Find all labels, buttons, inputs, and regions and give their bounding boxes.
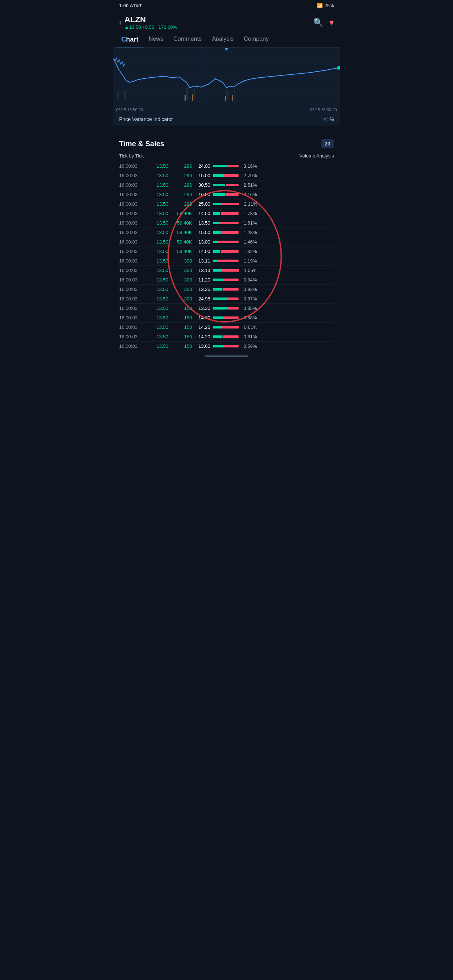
cell-vol-num: 13.13 [192, 267, 211, 273]
cell-bars [211, 250, 241, 253]
table-row: 16:00:03 13.50 59.40K 15.50 1.48% [119, 228, 334, 237]
svg-rect-14 [225, 96, 226, 100]
table-row: 16:00:03 13.50 59.40K 14.00 1.32% [119, 247, 334, 256]
cell-volume: 296 [169, 192, 192, 197]
cell-volume: 300 [169, 267, 192, 273]
table-row: 16:00:03 13.50 150 13.60 0.56% [119, 342, 334, 351]
home-bar [205, 355, 248, 357]
watchlist-button[interactable]: ♥ [329, 18, 334, 27]
cell-bars [211, 326, 241, 328]
svg-rect-13 [192, 94, 193, 100]
table-row: 16:00:03 13.50 296 30.50 2.51% [119, 180, 334, 190]
cell-bars [211, 184, 241, 186]
cell-time: 16:00:03 [119, 192, 148, 197]
cell-price: 13.50 [148, 296, 169, 302]
cell-price: 13.50 [148, 220, 169, 226]
cell-time: 16:00:03 [119, 249, 148, 254]
cell-time: 16:00:03 [119, 239, 148, 245]
table-row: 16:00:03 13.50 59.40K 14.50 1.78% [119, 209, 334, 218]
time-sales-header: Time & Sales 20 [113, 133, 340, 152]
cell-pct: 1.32% [241, 249, 257, 254]
table-row: 16:00:03 13.50 296 16.00 2.16% [119, 190, 334, 199]
tab-analysis[interactable]: Analysis [207, 32, 239, 48]
cell-pct: 1.46% [241, 239, 257, 245]
cell-vol-num: 13.35 [192, 286, 211, 292]
time-sales-title: Time & Sales [119, 140, 164, 148]
col-header-tick: Tick by Tick [119, 153, 163, 159]
svg-rect-8 [234, 89, 235, 99]
cell-volume: 150 [169, 334, 192, 339]
cell-price: 13.50 [148, 305, 169, 311]
cell-time: 16:00:03 [119, 182, 148, 188]
cell-volume: 300 [169, 258, 192, 264]
cell-pct: 1.61% [241, 220, 257, 226]
cell-bars [211, 317, 241, 319]
time-sales-table: 16:00:03 13.50 296 24.00 3.16% 16:00:03 … [113, 162, 340, 351]
chart-svg [113, 48, 340, 106]
stock-chart[interactable] [113, 48, 340, 106]
cell-time: 16:00:03 [119, 258, 148, 264]
cell-pct: 3.16% [241, 163, 257, 169]
svg-rect-3 [117, 92, 118, 99]
price-variance-label: Price Variance Indicator [119, 116, 173, 122]
cell-price: 13.50 [148, 249, 169, 254]
cell-vol-num: 14.50 [192, 211, 211, 216]
cell-pct: 0.61% [241, 325, 257, 330]
cell-volume: 296 [169, 182, 192, 188]
table-row: 16:00:03 13.50 300 11.20 0.94% [119, 275, 334, 285]
cell-price: 13.50 [148, 173, 169, 178]
cell-bars [211, 174, 241, 177]
search-button[interactable]: 🔍 [313, 18, 323, 27]
cell-price: 13.50 [148, 286, 169, 292]
status-bar: 1:00 AT&T 📶 25% [113, 0, 340, 11]
cell-bars [211, 193, 241, 196]
cell-pct: 1.19% [241, 258, 257, 264]
cell-vol-num: 13.00 [192, 239, 211, 245]
cell-vol-num: 15.00 [192, 173, 211, 178]
table-row: 16:00:03 13.50 300 13.35 0.93% [119, 285, 334, 294]
cell-time: 16:00:03 [119, 277, 148, 283]
cell-pct: 0.61% [241, 334, 257, 339]
cell-vol-num: 15.50 [192, 230, 211, 235]
cell-volume: 59.40K [169, 220, 192, 226]
table-row: 16:00:03 13.50 150 14.25 0.61% [119, 323, 334, 332]
cell-pct: 0.87% [241, 296, 257, 302]
cell-bars [211, 259, 241, 262]
back-button[interactable]: ‹ [119, 18, 122, 27]
table-row: 16:00:03 13.50 300 13.11 1.19% [119, 256, 334, 266]
col-header-volume: Volume Analysis [163, 153, 334, 159]
table-row: 16:00:03 13.50 59.40K 13.00 1.46% [119, 237, 334, 247]
cell-volume: 150 [169, 325, 192, 330]
tab-news[interactable]: News [144, 32, 169, 48]
cell-vol-num: 14.20 [192, 334, 211, 339]
tab-chart[interactable]: C hart [116, 32, 144, 48]
cell-vol-num: 11.20 [192, 277, 211, 283]
status-right: 📶 25% [317, 3, 334, 8]
cell-price: 13.50 [148, 211, 169, 216]
cell-price: 13.50 [148, 344, 169, 349]
cell-volume: 300 [169, 286, 192, 292]
table-row: 16:00:03 13.50 150 14.70 0.68% [119, 313, 334, 323]
cell-vol-num: 24.98 [192, 296, 211, 302]
cell-bars [211, 165, 241, 167]
ticker-info: ALZN ▲13.50 +8.50 +170.00% [124, 15, 177, 30]
time-sales-badge: 20 [321, 139, 334, 148]
home-indicator [113, 351, 340, 362]
header-right: 🔍 ♥ [313, 18, 334, 27]
cell-vol-num: 13.11 [192, 258, 211, 264]
table-row: 16:00:03 13.50 300 13.13 1.05% [119, 266, 334, 275]
cell-bars [211, 212, 241, 215]
tab-company[interactable]: Company [239, 32, 274, 48]
tab-comments[interactable]: Comments [169, 32, 207, 48]
svg-rect-15 [232, 95, 233, 100]
cell-time: 16:00:03 [119, 325, 148, 330]
cell-price: 13.50 [148, 325, 169, 330]
cell-pct: 2.51% [241, 182, 257, 188]
table-row: 16:00:03 13.50 296 15.00 2.70% [119, 171, 334, 180]
cell-vol-num: 16.00 [192, 192, 211, 197]
cell-vol-num: 30.50 [192, 182, 211, 188]
cell-time: 16:00:03 [119, 344, 148, 349]
cell-volume: 150 [169, 315, 192, 320]
svg-rect-4 [124, 90, 126, 99]
table-row: 16:00:03 13.50 296 25.00 2.11% [119, 199, 334, 209]
